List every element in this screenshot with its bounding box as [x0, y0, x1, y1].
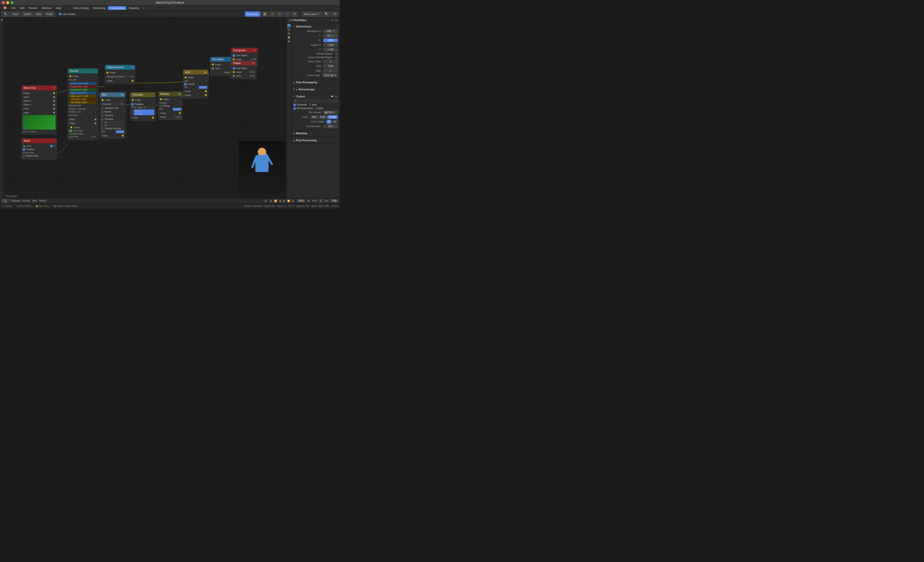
view-icon-btn[interactable]: 👁	[287, 32, 291, 35]
dimensions-options-icon[interactable]: ≡	[336, 25, 338, 28]
multiply-fac-value[interactable]: 1.000	[173, 108, 181, 111]
rp-output-header[interactable]: Output 📁 ≡	[293, 94, 338, 99]
frame-end-value[interactable]: 7396	[323, 64, 338, 68]
tab-compositing[interactable]: Compositing	[108, 6, 126, 10]
end-frame-value[interactable]: 7396	[330, 199, 338, 202]
prev-frame-btn[interactable]: ⏪	[273, 199, 278, 203]
display-options[interactable]: ⚙	[291, 11, 298, 17]
mask-node[interactable]: Mask 🎭 Mask Feather	[22, 138, 57, 159]
rp-dimensions-header[interactable]: Dimensions ≡	[293, 24, 338, 29]
socket-alpha-in-sa[interactable]	[212, 67, 214, 69]
overwrite-cb[interactable]	[293, 103, 296, 106]
menu-window[interactable]: Window	[40, 6, 53, 10]
blur-type-select[interactable]: Gaussian▼	[101, 102, 124, 106]
socket-image-in-viewer[interactable]	[233, 71, 235, 73]
start-frame-value[interactable]: 1	[318, 199, 323, 202]
socket-image-in-composite[interactable]	[233, 58, 235, 60]
wrap-value[interactable]: None ▼	[137, 106, 154, 109]
close-button[interactable]	[2, 1, 5, 4]
rp-time-remapping-header[interactable]: Time Remapping	[293, 80, 338, 85]
node-header-composite[interactable]: Composite ✕	[231, 48, 258, 52]
menu-file[interactable]: File	[9, 6, 18, 10]
viewer-use-alpha-cb[interactable]	[233, 67, 235, 70]
output-list-icon[interactable]: ≡	[334, 95, 338, 98]
node-header-translate[interactable]: Translate	[130, 93, 155, 97]
node-close-icon[interactable]: ✕	[52, 87, 55, 89]
rp-add-btn[interactable]: +	[330, 18, 334, 22]
playback-menu[interactable]: Playback	[10, 199, 21, 202]
rp-stereoscopy-header[interactable]: ■ Stereoscopy	[293, 87, 338, 92]
rp-options-btn[interactable]: ≡	[334, 18, 338, 22]
add-clamp-cb[interactable]	[184, 83, 187, 85]
output-path-value[interactable]: //	[293, 99, 338, 102]
tab-add[interactable]: +	[141, 6, 147, 10]
node-header-viewer[interactable]: Viewer ✕	[231, 61, 256, 66]
socket-keying-image-out[interactable]	[70, 126, 72, 128]
next-frame-btn[interactable]: ⏩	[286, 199, 291, 203]
use-nodes-checkbox[interactable]	[59, 13, 62, 15]
add-menu[interactable]: Add	[34, 11, 43, 17]
backdrop-btn[interactable]: Backdrop	[245, 11, 260, 17]
translate-x-value[interactable]: 25.000	[134, 109, 154, 112]
select-menu[interactable]: Select	[21, 11, 33, 17]
r-channel[interactable]: R	[269, 11, 276, 17]
node-header-keying[interactable]: Keying	[68, 69, 98, 73]
play-backward-btn[interactable]: ◀	[278, 199, 282, 203]
node-menu[interactable]: Node	[44, 11, 55, 17]
editor-type-bottom[interactable]: 🔧	[2, 199, 9, 203]
camera-icon-btn[interactable]: 📷	[287, 24, 291, 27]
add-node[interactable]: Add ⚙ Image Add Clamp	[183, 70, 208, 98]
color-icon-btn[interactable]: 🎨	[287, 36, 291, 39]
color-rgba-btn[interactable]: RGBA	[328, 115, 338, 119]
blur-node[interactable]: Blur ⚙ Image Gaussian▼ Variable Size	[100, 92, 126, 139]
output-icon-btn[interactable]: 🖨	[287, 28, 291, 31]
multiply-opt-btn[interactable]	[179, 102, 181, 104]
maximize-button[interactable]	[10, 1, 14, 4]
channel-btn[interactable]: 🖼	[261, 11, 268, 17]
movie-clip-node[interactable]: Movie Clip ✕ Image Alpha Offset X Offset…	[22, 85, 57, 135]
menu-edit[interactable]: Edit	[18, 6, 27, 10]
depth-16-btn[interactable]: 16	[332, 120, 338, 123]
translate-node[interactable]: Translate Image Relative Wrap None ▼	[130, 92, 156, 121]
compression-value[interactable]: 15%	[323, 124, 338, 128]
tab-masking[interactable]: Masking	[127, 6, 141, 10]
relative-cb-translate[interactable]	[131, 103, 134, 106]
aspect-y-value[interactable]: 1.000	[323, 48, 338, 51]
marker-menu[interactable]: Marker	[39, 199, 46, 202]
node-header-add[interactable]: Add ⚙	[183, 70, 208, 75]
view-bottom-menu[interactable]: View	[32, 199, 37, 202]
blur-size-value[interactable]: 1.000	[116, 130, 124, 133]
add-fac-value[interactable]: 1.000	[199, 86, 207, 89]
play-btn[interactable]: ▶	[282, 199, 286, 203]
socket-edges-out[interactable]	[94, 122, 96, 124]
socket-scale-out[interactable]	[53, 108, 55, 110]
file-extensions-cb[interactable]	[293, 107, 296, 110]
node-header-blur[interactable]: Blur ⚙	[100, 93, 125, 97]
motion-blur-checkbox[interactable]	[23, 155, 25, 157]
placeholders-cb[interactable]	[309, 103, 311, 106]
mask-cb2[interactable]	[53, 145, 56, 147]
blender-icon[interactable]: 🎨	[2, 6, 9, 10]
socket-image-out-add[interactable]	[205, 90, 207, 92]
rp-metadata-header[interactable]: Metadata	[293, 131, 338, 136]
viewer-node[interactable]: Viewer ✕ Use Alpha Image 1.000 Alpha 1.0…	[231, 61, 256, 79]
socket-image-in-ac[interactable]	[106, 72, 108, 73]
socket-angle-out[interactable]	[53, 112, 55, 114]
res-x-value[interactable]: 1280 px	[323, 29, 338, 33]
ac-mode-select[interactable]: Straight to Premul ▼	[106, 75, 134, 78]
node-header-movie-clip[interactable]: Movie Clip ✕	[22, 85, 57, 90]
minimize-button[interactable]	[6, 1, 9, 4]
socket-image-out-multiply[interactable]	[179, 112, 181, 114]
socket-image-out[interactable]	[53, 92, 55, 94]
menu-help[interactable]: Help	[54, 6, 63, 10]
socket-alpha-out[interactable]	[53, 96, 55, 98]
rp-post-processing-header[interactable]: Post Processing	[293, 138, 338, 143]
blur-y-value[interactable]: 40	[104, 124, 124, 127]
socket-image-in[interactable]	[69, 75, 71, 77]
filter-btn[interactable]: ☰	[332, 11, 338, 17]
editor-type-btn[interactable]: 🔧	[2, 11, 9, 17]
g-channel[interactable]: G	[277, 11, 283, 17]
socket-image-in-add[interactable]	[184, 76, 187, 78]
output-folder-icon[interactable]: 📁	[330, 95, 334, 98]
socket-image-out-ac[interactable]	[132, 80, 134, 82]
